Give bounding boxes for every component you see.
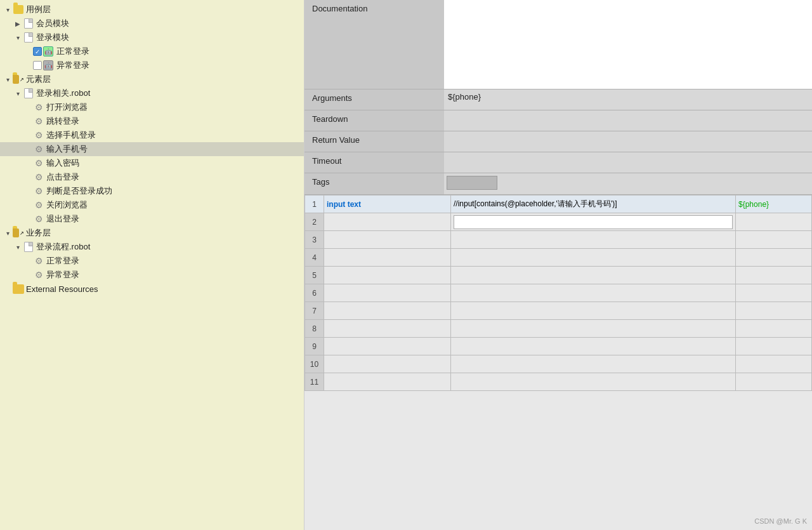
row-number: 9: [305, 338, 324, 355]
locator-cell[interactable]: [451, 231, 736, 249]
locator-cell[interactable]: [451, 355, 736, 373]
tree-label-select-phone: 选择手机登录: [46, 129, 96, 141]
teardown-label: Teardown: [304, 110, 444, 131]
tree-item-abnormal-login[interactable]: 🤖异常登录: [0, 58, 304, 72]
watermark: CSDN @Mr. G K: [754, 517, 807, 525]
variable-cell[interactable]: [736, 249, 812, 267]
locator-input[interactable]: [454, 215, 733, 229]
tree-item-input-password[interactable]: ⚙输入密码: [0, 156, 304, 170]
keyword-cell[interactable]: [324, 355, 451, 373]
return-value-row: Return Value: [304, 131, 812, 152]
keyword-cell[interactable]: [324, 213, 451, 231]
teardown-value[interactable]: [444, 110, 812, 131]
table-row[interactable]: 7: [305, 302, 812, 320]
keyword-cell[interactable]: [324, 249, 451, 267]
keyword-grid: 1input text//input[contains(@placeholder…: [304, 195, 812, 391]
locator-cell[interactable]: [451, 338, 736, 355]
keyword-cell[interactable]: [324, 302, 451, 320]
keyword-cell[interactable]: input text: [324, 195, 451, 213]
gear-icon-select-phone: ⚙: [33, 129, 44, 141]
table-row[interactable]: 3: [305, 231, 812, 249]
locator-cell[interactable]: [451, 249, 736, 267]
keyword-cell[interactable]: [324, 320, 451, 338]
locator-cell[interactable]: [451, 373, 736, 391]
variable-cell[interactable]: [736, 267, 812, 284]
tags-value[interactable]: [444, 173, 812, 194]
tree-label-login-module: 登录模块: [36, 32, 69, 43]
tree-item-open-browser[interactable]: ⚙打开浏览器: [0, 100, 304, 114]
tree-item-logout[interactable]: ⚙退出登录: [0, 212, 304, 226]
table-row[interactable]: 11: [305, 373, 812, 391]
keyword-cell[interactable]: [324, 338, 451, 355]
tree-item-elements[interactable]: ▾↗元素层: [0, 72, 304, 86]
table-row[interactable]: 6: [305, 284, 812, 302]
keyword-cell[interactable]: [324, 231, 451, 249]
tree-item-login-flow[interactable]: ▾登录流程.robot: [0, 240, 304, 254]
variable-cell[interactable]: [736, 320, 812, 338]
variable-cell[interactable]: [736, 231, 812, 249]
tree-label-open-browser: 打开浏览器: [46, 102, 88, 113]
tree-arrow-normal-login: [23, 46, 33, 56]
variable-cell[interactable]: [736, 373, 812, 391]
locator-cell[interactable]: [451, 284, 736, 302]
locator-cell[interactable]: [451, 213, 736, 231]
table-row[interactable]: 8: [305, 320, 812, 338]
tree-item-click-login[interactable]: ⚙点击登录: [0, 170, 304, 184]
tree-item-select-phone[interactable]: ⚙选择手机登录: [0, 128, 304, 142]
variable-cell[interactable]: [736, 338, 812, 355]
table-row[interactable]: 1input text//input[contains(@placeholder…: [305, 195, 812, 213]
keyword-cell[interactable]: [324, 373, 451, 391]
tree-arrow-business: ▾: [3, 228, 13, 238]
locator-cell[interactable]: //input[contains(@placeholder,'请输入手机号码')…: [451, 195, 736, 213]
tree-label-input-phone: 输入手机号: [46, 143, 88, 155]
table-row[interactable]: 9: [305, 338, 812, 355]
table-row[interactable]: 2: [305, 213, 812, 231]
tree-arrow-open-browser: [23, 102, 33, 112]
return-value-value[interactable]: [444, 131, 812, 152]
tree-item-check-success[interactable]: ⚙判断是否登录成功: [0, 184, 304, 198]
timeout-value[interactable]: [444, 152, 812, 173]
folder-link-icon-business: ↗: [13, 227, 24, 239]
keyword-cell[interactable]: [324, 267, 451, 284]
variable-cell[interactable]: [736, 355, 812, 373]
keyword-cell[interactable]: [324, 284, 451, 302]
tree-arrow-elements: ▾: [3, 74, 13, 84]
table-row[interactable]: 10: [305, 355, 812, 373]
row-number: 2: [305, 213, 324, 231]
tree-label-check-success: 判断是否登录成功: [46, 185, 112, 197]
tree-item-business[interactable]: ▾↗业务层: [0, 226, 304, 240]
tree-item-external[interactable]: External Resources: [0, 282, 304, 296]
tree-item-normal-login2[interactable]: ⚙正常登录: [0, 254, 304, 268]
tree-item-close-browser[interactable]: ⚙关闭浏览器: [0, 198, 304, 212]
locator-cell[interactable]: [451, 320, 736, 338]
tree-item-login-related[interactable]: ▾登录相关.robot: [0, 86, 304, 100]
tree-item-member[interactable]: ▶会员模块: [0, 17, 304, 30]
locator-cell[interactable]: [451, 302, 736, 320]
tree-item-abnormal-login2[interactable]: ⚙异常登录: [0, 268, 304, 282]
variable-cell[interactable]: [736, 302, 812, 320]
variable-cell[interactable]: ${phone}: [736, 195, 812, 213]
tree-item-goto-login[interactable]: ⚙跳转登录: [0, 114, 304, 128]
tree-arrow-select-phone: [23, 130, 33, 140]
row-number: 1: [305, 195, 324, 213]
table-row[interactable]: 4: [305, 249, 812, 267]
tree-arrow-abnormal-login: [23, 60, 33, 70]
variable-cell[interactable]: [736, 284, 812, 302]
tags-row: Tags: [304, 173, 812, 195]
locator-cell[interactable]: [451, 267, 736, 284]
tree-label-input-password: 输入密码: [46, 157, 79, 169]
checkbox-checked-normal-login[interactable]: ✓: [33, 47, 42, 56]
tree-item-usecases[interactable]: ▾用例层: [0, 3, 304, 17]
checkbox-unchecked-abnormal-login[interactable]: [33, 61, 42, 70]
table-row[interactable]: 5: [305, 267, 812, 284]
documentation-value[interactable]: [444, 0, 812, 89]
robot-face-gray-abnormal-login: 🤖: [43, 60, 55, 71]
tree-arrow-close-browser: [23, 200, 33, 210]
tree-item-input-phone[interactable]: ⚙输入手机号: [0, 142, 304, 156]
documentation-label: Documentation: [304, 0, 444, 89]
tree-item-normal-login[interactable]: ✓🤖正常登录: [0, 44, 304, 58]
variable-cell[interactable]: [736, 213, 812, 231]
tree-item-login-module[interactable]: ▾登录模块: [0, 30, 304, 44]
tree-label-member: 会员模块: [36, 18, 69, 29]
file-icon-login-flow: [23, 241, 34, 253]
